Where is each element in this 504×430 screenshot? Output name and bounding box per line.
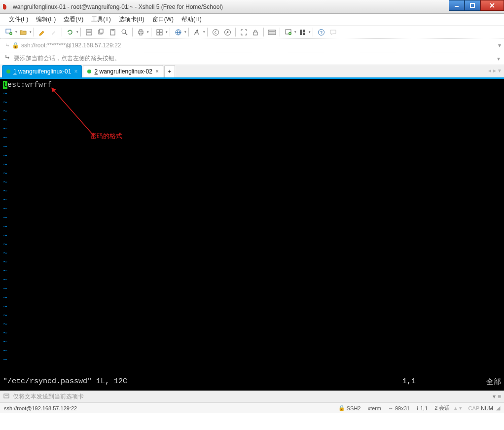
terminal-tilde: ~ xyxy=(3,116,501,125)
lock-icon: 🔒 xyxy=(12,42,19,49)
hint-bar: 要添加当前会话，点击左侧的箭头按钮。 ▾ xyxy=(0,52,504,65)
svg-rect-16 xyxy=(140,30,142,31)
toolbar-separator xyxy=(207,28,208,36)
status-term: xterm xyxy=(367,405,381,411)
hint-text: 要添加当前会话，点击左侧的箭头按钮。 xyxy=(14,54,120,63)
toolbar-separator xyxy=(151,28,151,36)
dropdown-icon[interactable]: ▾ xyxy=(76,30,78,34)
menu-bar: 文件(F) 编辑(E) 查看(V) 工具(T) 选项卡(B) 窗口(W) 帮助(… xyxy=(0,14,504,26)
window-titlebar: wangruifenglinux-01 - root@wangruifeng-0… xyxy=(0,0,504,14)
resize-grip-icon[interactable]: ◢ xyxy=(496,405,500,411)
print-icon[interactable] xyxy=(135,27,146,37)
menu-view[interactable]: 查看(V) xyxy=(60,14,87,25)
status-cursor: ⁞1,1 xyxy=(417,405,428,411)
compass-icon[interactable] xyxy=(222,27,233,37)
svg-point-13 xyxy=(122,30,126,34)
dropdown-icon[interactable]: ▾ xyxy=(147,30,149,34)
terminal-tilde: ~ xyxy=(3,170,501,179)
new-session-icon[interactable] xyxy=(3,27,14,37)
terminal[interactable]: test:wrfwrf ~ ~ ~ ~ ~ ~ ~ ~ ~ ~ ~ ~ ~ ~ … xyxy=(0,79,504,391)
find-icon[interactable] xyxy=(119,27,130,37)
chat-icon[interactable] xyxy=(327,27,338,37)
menu-file[interactable]: 文件(F) xyxy=(5,14,32,25)
dropdown-icon[interactable]: ▾ xyxy=(498,42,501,49)
eyedropper-icon[interactable] xyxy=(48,27,59,37)
address-text[interactable]: ssh://root:********@192.168.57.129:22 xyxy=(21,42,495,49)
terminal-tilde: ~ xyxy=(3,347,501,356)
font-icon[interactable]: A xyxy=(191,27,202,37)
compose-bar: 仅将文本发送到当前选项卡 ▾ ≡ xyxy=(0,391,504,402)
add-session-icon[interactable]: ⤷ xyxy=(3,40,11,50)
fullscreen-icon[interactable] xyxy=(238,27,249,37)
keyboard-icon[interactable] xyxy=(266,27,277,37)
menu-tabs[interactable]: 选项卡(B) xyxy=(115,14,148,25)
toolbar-separator xyxy=(62,28,62,36)
dropdown-icon[interactable]: ▾ xyxy=(184,30,186,34)
copy-icon[interactable] xyxy=(95,27,106,37)
layout-icon[interactable] xyxy=(154,27,165,37)
help-icon[interactable]: ? xyxy=(316,27,326,37)
down-arrow-icon[interactable]: ▾ xyxy=(459,405,462,411)
back-icon[interactable] xyxy=(210,27,221,37)
tab-prev-icon[interactable]: ◂ xyxy=(488,67,491,74)
dropdown-icon[interactable]: ▾ xyxy=(309,30,311,34)
open-icon[interactable] xyxy=(18,27,29,37)
toolbar-separator xyxy=(313,28,313,36)
status-dot-icon xyxy=(87,70,91,73)
menu-help[interactable]: 帮助(H) xyxy=(178,14,206,25)
toolbar-separator xyxy=(80,28,81,36)
up-arrow-icon[interactable]: ▴ xyxy=(454,405,457,411)
tab-session-1[interactable]: 1 wangruifenglinux-01 × xyxy=(2,65,82,77)
terminal-tilde: ~ xyxy=(3,134,501,143)
menu-tools[interactable]: 工具(T) xyxy=(87,14,114,25)
tab-add-button[interactable]: + xyxy=(164,65,175,77)
svg-rect-20 xyxy=(157,33,159,35)
menu-icon[interactable]: ≡ xyxy=(498,393,501,400)
tab-session-2[interactable]: 2 wangrufienglinux-02 × xyxy=(83,65,163,77)
toolbar-separator xyxy=(280,28,280,36)
svg-rect-17 xyxy=(140,33,142,35)
tile-icon[interactable] xyxy=(297,27,308,37)
highlight-icon[interactable] xyxy=(36,27,47,37)
terminal-tilde: ~ xyxy=(3,143,501,152)
tab-close-icon[interactable]: × xyxy=(155,68,159,75)
reconnect-icon[interactable] xyxy=(65,27,75,37)
compose-placeholder[interactable]: 仅将文本发送到当前选项卡 xyxy=(13,393,493,401)
tab-next-icon[interactable]: ▸ xyxy=(493,67,496,74)
terminal-line: test:wrfwrf xyxy=(3,81,501,90)
globe-icon[interactable] xyxy=(173,27,183,37)
menu-window[interactable]: 窗口(W) xyxy=(148,14,178,25)
session-tabs: 1 wangruifenglinux-01 × 2 wangrufienglin… xyxy=(0,65,504,79)
status-dot-icon xyxy=(6,70,10,73)
menu-edit[interactable]: 编辑(E) xyxy=(32,14,60,25)
tab-close-icon[interactable]: × xyxy=(74,68,77,75)
arrow-add-icon[interactable] xyxy=(4,54,11,63)
lock-icon: 🔒 xyxy=(338,405,345,411)
cursor-icon: ⁞ xyxy=(417,405,419,411)
svg-text:?: ? xyxy=(320,30,322,35)
terminal-tilde: ~ xyxy=(3,303,501,312)
minimize-button[interactable] xyxy=(449,0,465,11)
dropdown-icon[interactable]: ▾ xyxy=(497,55,500,62)
terminal-tilde: ~ xyxy=(3,125,501,134)
dropdown-icon[interactable]: ▾ xyxy=(166,30,168,34)
terminal-tilde: ~ xyxy=(3,312,501,321)
lock-icon[interactable] xyxy=(250,27,261,37)
new-window-icon[interactable] xyxy=(283,27,293,37)
dropdown-icon[interactable]: ▾ xyxy=(30,30,32,34)
dropdown-icon[interactable]: ▾ xyxy=(294,30,296,34)
svg-rect-31 xyxy=(300,30,302,35)
svg-rect-18 xyxy=(157,30,159,32)
properties-icon[interactable] xyxy=(83,27,94,37)
send-icon[interactable] xyxy=(3,393,10,401)
dropdown-icon[interactable]: ▾ xyxy=(15,30,17,34)
dropdown-icon[interactable]: ▾ xyxy=(493,393,496,400)
tab-menu-icon[interactable]: ▾ xyxy=(498,67,501,74)
terminal-tilde: ~ xyxy=(3,205,501,214)
paste-icon[interactable] xyxy=(107,27,118,37)
annotation-label: 密码的格式 xyxy=(90,132,122,141)
dropdown-icon[interactable]: ▾ xyxy=(203,30,205,34)
close-button[interactable] xyxy=(480,0,504,11)
terminal-tilde: ~ xyxy=(3,338,501,347)
maximize-button[interactable] xyxy=(465,0,480,11)
